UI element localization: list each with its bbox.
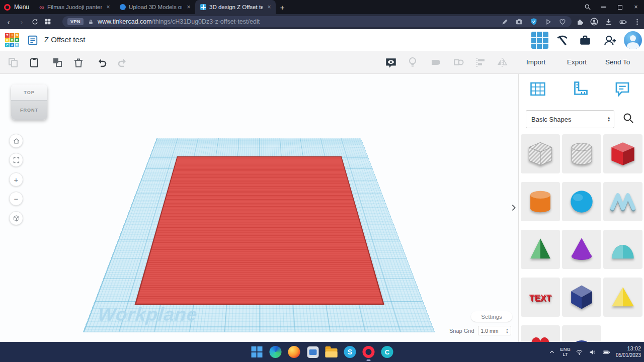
forward-button[interactable]: › [15, 16, 28, 28]
reload-button[interactable] [28, 16, 41, 28]
delete-button[interactable] [72, 56, 86, 69]
vpn-badge[interactable]: VPN [67, 18, 84, 25]
taskbar-clock[interactable]: 13:02 05/01/2023 [616, 345, 641, 358]
shape-category-select[interactable]: Basic Shapes ▴▾ [526, 110, 614, 128]
taskbar-app-monitor[interactable] [306, 345, 319, 358]
tab-search-button[interactable] [580, 0, 596, 14]
battery-saver-icon[interactable] [618, 18, 628, 26]
taskbar-app-opera[interactable] [362, 345, 375, 358]
view-cube-front-face[interactable]: FRONT [11, 101, 47, 120]
design-object-red-plate[interactable] [134, 156, 384, 305]
invite-button[interactable] [603, 34, 617, 47]
viewport-3d[interactable]: Workplane TOP FRONT + − Settings Snap Gr… [0, 74, 518, 342]
undo-button[interactable] [96, 56, 109, 69]
redo-button[interactable] [117, 56, 130, 69]
flow-play-icon[interactable] [544, 18, 552, 26]
shape-tile-box-hole[interactable] [521, 134, 560, 173]
fit-view-button[interactable] [9, 153, 23, 167]
settings-button[interactable]: Settings [471, 311, 512, 322]
bookmark-heart-icon[interactable] [558, 18, 567, 26]
back-button[interactable]: ‹ [2, 16, 15, 28]
copy-button[interactable] [7, 56, 20, 69]
view-cube-top-face[interactable]: TOP [11, 84, 47, 101]
dashboard-grid-button[interactable] [531, 32, 548, 49]
shield-check-icon[interactable] [530, 18, 538, 26]
shape-tile-pyramid[interactable] [521, 230, 560, 269]
minimize-button[interactable] [596, 0, 612, 14]
avatar-button[interactable] [624, 31, 642, 49]
tinker-pickaxe-button[interactable] [555, 34, 570, 47]
opera-menu-button[interactable]: Menu [0, 0, 34, 14]
shape-tile-half-sphere[interactable] [562, 325, 601, 342]
import-button[interactable]: Import [526, 58, 545, 66]
shape-tile-cylinder[interactable] [521, 182, 560, 221]
wifi-icon[interactable] [575, 348, 584, 356]
zoom-out-button[interactable]: − [9, 192, 23, 206]
group-button[interactable] [430, 56, 443, 69]
new-tab-button[interactable]: + [276, 0, 289, 14]
group-icon [430, 56, 442, 68]
mirror-button[interactable] [496, 56, 509, 69]
show-all-button[interactable] [384, 56, 397, 69]
notes-tool-button[interactable] [613, 80, 632, 99]
shape-tile-text[interactable]: TEXTTEXT [521, 278, 560, 317]
workplane-grid[interactable] [83, 138, 435, 332]
tab-close-button[interactable]: × [105, 4, 112, 11]
export-button[interactable]: Export [567, 58, 587, 66]
tab-close-button[interactable]: × [266, 4, 273, 11]
tab-close-button[interactable]: × [185, 4, 192, 11]
ruler-tool-button[interactable] [571, 80, 590, 99]
shape-tile-round-roof[interactable] [603, 230, 642, 269]
snap-grid-dropdown[interactable]: 1.0 mm ▴▾ [478, 326, 511, 335]
taskbar-app-firefox[interactable] [288, 345, 301, 358]
tab-3-active[interactable]: 3D design Z Offset test | Ti × [195, 0, 276, 14]
downloads-icon[interactable] [604, 18, 613, 26]
profile-icon[interactable] [590, 17, 599, 26]
design-properties-button[interactable] [27, 35, 39, 47]
tab-1[interactable]: ∞ Filmas Juodoji pantera Onli × [34, 0, 115, 14]
edit-pencil-icon[interactable] [501, 18, 509, 26]
tips-button[interactable] [407, 56, 420, 69]
paste-button[interactable] [28, 56, 41, 69]
extensions-puzzle-icon[interactable] [576, 18, 584, 26]
workplane-tool-button[interactable] [529, 80, 548, 99]
view-cube[interactable]: TOP FRONT [11, 84, 47, 120]
language-switcher[interactable]: ENG LT [560, 347, 571, 357]
shape-tile-box[interactable] [603, 134, 642, 173]
start-button[interactable] [251, 345, 264, 358]
design-title[interactable]: Z Offset test [44, 35, 85, 44]
home-view-button[interactable] [9, 134, 23, 148]
url-field[interactable]: VPN www.tinkercad.com/things/cH31Dug0Dz3… [62, 16, 572, 27]
tray-expand-chevron-icon[interactable] [548, 348, 555, 355]
snapshot-camera-icon[interactable] [515, 18, 523, 26]
shape-tile-polygon[interactable] [562, 278, 601, 317]
menu-dots-icon[interactable] [633, 18, 641, 26]
speed-dial-button[interactable] [41, 16, 54, 28]
battery-icon[interactable] [601, 348, 611, 356]
taskbar-app-edge[interactable] [269, 345, 282, 358]
toolbox-button[interactable] [579, 34, 593, 47]
taskbar-app-file-explorer[interactable] [325, 345, 338, 358]
perspective-toggle-button[interactable] [9, 211, 23, 225]
ungroup-button[interactable] [452, 56, 465, 69]
shape-tile-cylinder-hole[interactable] [562, 134, 601, 173]
tab-2[interactable]: Upload 3D Models on Crea × [115, 0, 195, 14]
duplicate-button[interactable] [51, 56, 64, 69]
shape-tile-wedge[interactable] [603, 278, 642, 317]
close-window-button[interactable]: × [628, 0, 644, 14]
shape-search-button[interactable] [622, 112, 636, 126]
tinkercad-logo[interactable]: TINKERCAD [5, 33, 19, 47]
taskbar-app-capture[interactable]: C [381, 345, 394, 358]
send-to-button[interactable]: Send To [605, 58, 630, 66]
align-button[interactable] [474, 56, 488, 69]
shape-tile-cone[interactable] [562, 230, 601, 269]
shape-tile-scribble[interactable] [603, 182, 642, 221]
maximize-button[interactable] [612, 0, 628, 14]
site-info-lock-icon[interactable] [88, 19, 94, 25]
zoom-in-button[interactable]: + [9, 172, 23, 187]
volume-icon[interactable] [588, 348, 597, 356]
taskbar-app-skype[interactable]: S [344, 345, 357, 358]
shape-tile-heart[interactable] [521, 325, 560, 342]
shape-tile-sphere[interactable] [562, 182, 601, 221]
panel-collapse-button[interactable] [508, 200, 519, 215]
